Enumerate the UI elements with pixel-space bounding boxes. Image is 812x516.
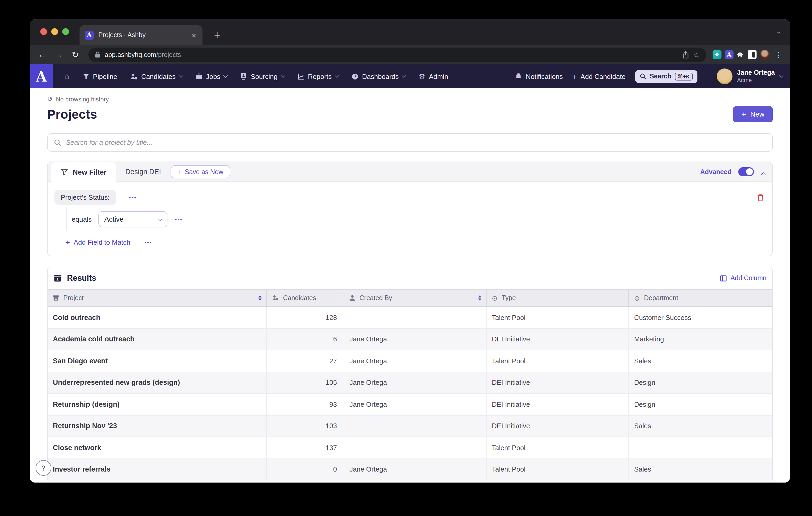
table-row[interactable]: Returnship Nov '23 103 DEI Initiative Sa… (48, 415, 772, 437)
cell-candidates: 105 (267, 372, 344, 393)
help-button[interactable]: ? (36, 460, 51, 476)
address-bar[interactable]: app.ashbyhq.com/projects ☆ (88, 47, 706, 62)
maximize-window-button[interactable] (62, 28, 69, 35)
add-field-to-match-button[interactable]: + Add Field to Match (65, 238, 130, 247)
filter-tab-design-dei[interactable]: Design DEI (125, 168, 161, 176)
collapse-filters-button[interactable] (761, 165, 766, 179)
table-row[interactable]: Underrepresented new grads (design) 105 … (48, 372, 772, 394)
new-project-button[interactable]: + New (733, 106, 773, 122)
extensions-puzzle-icon[interactable] (737, 51, 745, 59)
plus-icon: + (742, 110, 746, 118)
cell-department: Design (629, 372, 772, 393)
filter-field-chip[interactable]: Project's Status: (54, 190, 116, 205)
new-tab-button[interactable]: + (210, 28, 224, 42)
nav-candidates[interactable]: Candidates (130, 72, 182, 80)
cell-project[interactable]: Returnship (design) (48, 394, 267, 415)
column-header-department[interactable]: ⊙ Department (629, 290, 772, 306)
condition-more-options-icon[interactable]: ⋯ (174, 215, 183, 223)
column-header-project[interactable]: Project (48, 290, 267, 306)
extension-teal-icon[interactable]: ❖ (713, 50, 722, 59)
field-more-options-icon[interactable]: ⋯ (128, 193, 137, 201)
chevron-down-icon (281, 73, 285, 78)
cell-project[interactable]: Returnship Nov '23 (48, 415, 267, 436)
target-icon: ⊙ (492, 295, 498, 301)
project-search-field[interactable] (47, 133, 773, 152)
close-window-button[interactable] (40, 28, 47, 35)
table-row[interactable]: San Diego event 27 Jane Ortega Talent Po… (48, 350, 772, 372)
cell-project[interactable]: Cold outreach (48, 307, 267, 328)
bookmark-star-icon[interactable]: ☆ (694, 51, 700, 59)
table-row[interactable]: Cold outreach 128 Talent Pool Customer S… (48, 307, 772, 329)
url-path: /projects (156, 51, 181, 58)
cell-project[interactable]: Close network (48, 437, 267, 458)
funnel-icon (82, 73, 89, 80)
save-as-new-button[interactable]: + Save as New (171, 165, 230, 178)
table-row[interactable]: Academia cold outreach 6 Jane Ortega DEI… (48, 329, 772, 350)
column-label: Type (502, 294, 516, 302)
column-header-type[interactable]: ⊙ Type (487, 290, 629, 306)
browsing-history-note: ↺ No browsing history (47, 95, 773, 103)
url-host: app.ashbyhq.com (105, 51, 156, 58)
app-navbar: A ⌂ Pipeline Candidates (30, 64, 790, 88)
nav-label: Reports (308, 72, 332, 80)
add-candidate-label: Add Candidate (580, 72, 626, 80)
filter-tab-new-filter[interactable]: New Filter (51, 162, 116, 182)
add-candidate-button[interactable]: + Add Candidate (572, 72, 626, 81)
chevron-down-icon (335, 73, 339, 78)
global-search-button[interactable]: Search ⌘+K (635, 70, 697, 83)
cell-project[interactable]: Academia cold outreach (48, 329, 267, 350)
nav-sourcing[interactable]: Sourcing (240, 72, 284, 80)
people-icon (272, 295, 279, 301)
plus-icon: + (65, 238, 70, 247)
nav-reports[interactable]: Reports (297, 72, 339, 80)
cell-created-by: Jane Ortega (344, 350, 487, 371)
table-row[interactable]: Investor referrals 0 Jane Ortega Talent … (48, 459, 772, 481)
column-header-created-by[interactable]: Created By (344, 290, 487, 306)
back-icon[interactable]: ← (35, 51, 49, 59)
cell-project[interactable]: Underrepresented new grads (design) (48, 372, 267, 393)
ashby-logo[interactable]: A (30, 64, 53, 88)
project-search-input[interactable] (66, 139, 766, 146)
nav-home[interactable]: ⌂ (64, 72, 69, 81)
cell-project[interactable]: San Diego event (48, 350, 267, 371)
table-row[interactable]: Close network 137 Talent Pool (48, 437, 772, 459)
nav-pipeline[interactable]: Pipeline (82, 72, 117, 80)
add-column-button[interactable]: Add Column (720, 274, 766, 282)
sort-icons[interactable] (478, 295, 481, 301)
share-icon[interactable] (683, 51, 689, 59)
forward-icon[interactable]: → (52, 51, 65, 59)
nav-jobs[interactable]: Jobs (196, 72, 227, 80)
cell-type: Talent Pool (487, 459, 629, 480)
nav-admin[interactable]: ⚙ Admin (418, 72, 448, 80)
sort-icons[interactable] (258, 295, 262, 301)
add-field-more-options-icon[interactable]: ⋯ (144, 238, 152, 246)
browser-menu-icon[interactable]: ⋮ (773, 50, 785, 59)
tab-search-chevron-icon[interactable]: ⌄ (776, 27, 782, 35)
cell-type: DEI Initiative (487, 394, 629, 415)
results-panel: Results Add Column (47, 267, 773, 481)
user-menu[interactable]: Jane Ortega Acme (717, 68, 783, 84)
status-value-select[interactable]: Active (98, 211, 168, 227)
add-column-icon (720, 275, 727, 281)
nav-dashboards[interactable]: Dashboards (352, 72, 405, 80)
cell-department: Sales (629, 415, 772, 436)
tab-close-icon[interactable]: × (191, 31, 197, 39)
browser-tab[interactable]: A Projects · Ashby × (80, 25, 202, 45)
filter-body: Project's Status: ⋯ equals Active ⋯ (48, 182, 772, 256)
side-panel-icon[interactable] (748, 50, 757, 59)
refresh-icon[interactable]: ↻ (68, 51, 82, 59)
delete-filter-button[interactable] (755, 192, 765, 203)
browser-profile-avatar[interactable] (760, 50, 770, 60)
cell-project[interactable]: Investor referrals (48, 459, 267, 480)
table-row[interactable]: Returnship (design) 93 Jane Ortega DEI I… (48, 394, 772, 415)
person-icon (349, 295, 355, 301)
column-header-candidates[interactable]: Candidates (267, 290, 344, 306)
advanced-toggle[interactable] (738, 167, 754, 176)
nav-divider (706, 69, 707, 83)
extension-ashby-icon[interactable]: A (725, 50, 733, 59)
results-title: Results (53, 273, 96, 283)
minimize-window-button[interactable] (51, 28, 58, 35)
notifications-button[interactable]: Notifications (515, 72, 563, 80)
browser-toolbar: ← → ↻ app.ashbyhq.com/projects ☆ ❖ A (30, 45, 790, 64)
status-value: Active (105, 215, 124, 223)
